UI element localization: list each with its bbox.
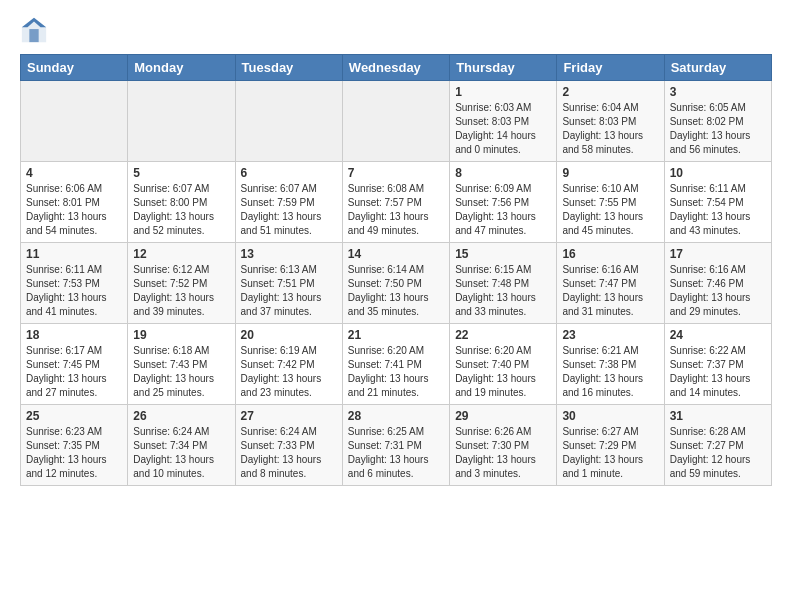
day-info: Sunrise: 6:04 AM Sunset: 8:03 PM Dayligh… (562, 101, 658, 157)
calendar-cell: 4Sunrise: 6:06 AM Sunset: 8:01 PM Daylig… (21, 162, 128, 243)
calendar-cell: 28Sunrise: 6:25 AM Sunset: 7:31 PM Dayli… (342, 405, 449, 486)
calendar-cell: 29Sunrise: 6:26 AM Sunset: 7:30 PM Dayli… (450, 405, 557, 486)
day-info: Sunrise: 6:18 AM Sunset: 7:43 PM Dayligh… (133, 344, 229, 400)
calendar-cell: 16Sunrise: 6:16 AM Sunset: 7:47 PM Dayli… (557, 243, 664, 324)
day-number: 28 (348, 409, 444, 423)
calendar-cell: 15Sunrise: 6:15 AM Sunset: 7:48 PM Dayli… (450, 243, 557, 324)
week-row-1: 1Sunrise: 6:03 AM Sunset: 8:03 PM Daylig… (21, 81, 772, 162)
day-number: 29 (455, 409, 551, 423)
day-number: 30 (562, 409, 658, 423)
calendar-cell: 7Sunrise: 6:08 AM Sunset: 7:57 PM Daylig… (342, 162, 449, 243)
day-number: 9 (562, 166, 658, 180)
day-number: 8 (455, 166, 551, 180)
calendar: SundayMondayTuesdayWednesdayThursdayFrid… (20, 54, 772, 486)
day-number: 15 (455, 247, 551, 261)
calendar-cell: 1Sunrise: 6:03 AM Sunset: 8:03 PM Daylig… (450, 81, 557, 162)
calendar-cell: 24Sunrise: 6:22 AM Sunset: 7:37 PM Dayli… (664, 324, 771, 405)
day-number: 3 (670, 85, 766, 99)
calendar-cell: 22Sunrise: 6:20 AM Sunset: 7:40 PM Dayli… (450, 324, 557, 405)
day-info: Sunrise: 6:27 AM Sunset: 7:29 PM Dayligh… (562, 425, 658, 481)
calendar-cell (128, 81, 235, 162)
day-info: Sunrise: 6:05 AM Sunset: 8:02 PM Dayligh… (670, 101, 766, 157)
day-number: 16 (562, 247, 658, 261)
day-info: Sunrise: 6:23 AM Sunset: 7:35 PM Dayligh… (26, 425, 122, 481)
day-info: Sunrise: 6:12 AM Sunset: 7:52 PM Dayligh… (133, 263, 229, 319)
day-info: Sunrise: 6:20 AM Sunset: 7:41 PM Dayligh… (348, 344, 444, 400)
day-info: Sunrise: 6:07 AM Sunset: 7:59 PM Dayligh… (241, 182, 337, 238)
day-info: Sunrise: 6:24 AM Sunset: 7:33 PM Dayligh… (241, 425, 337, 481)
day-number: 5 (133, 166, 229, 180)
day-info: Sunrise: 6:16 AM Sunset: 7:47 PM Dayligh… (562, 263, 658, 319)
calendar-cell (235, 81, 342, 162)
day-info: Sunrise: 6:24 AM Sunset: 7:34 PM Dayligh… (133, 425, 229, 481)
day-number: 18 (26, 328, 122, 342)
day-info: Sunrise: 6:20 AM Sunset: 7:40 PM Dayligh… (455, 344, 551, 400)
day-info: Sunrise: 6:15 AM Sunset: 7:48 PM Dayligh… (455, 263, 551, 319)
day-number: 11 (26, 247, 122, 261)
calendar-cell: 9Sunrise: 6:10 AM Sunset: 7:55 PM Daylig… (557, 162, 664, 243)
calendar-cell: 12Sunrise: 6:12 AM Sunset: 7:52 PM Dayli… (128, 243, 235, 324)
calendar-cell: 20Sunrise: 6:19 AM Sunset: 7:42 PM Dayli… (235, 324, 342, 405)
logo (20, 16, 52, 44)
page: SundayMondayTuesdayWednesdayThursdayFrid… (0, 0, 792, 496)
day-info: Sunrise: 6:26 AM Sunset: 7:30 PM Dayligh… (455, 425, 551, 481)
day-info: Sunrise: 6:11 AM Sunset: 7:54 PM Dayligh… (670, 182, 766, 238)
weekday-header-thursday: Thursday (450, 55, 557, 81)
calendar-cell: 26Sunrise: 6:24 AM Sunset: 7:34 PM Dayli… (128, 405, 235, 486)
day-info: Sunrise: 6:03 AM Sunset: 8:03 PM Dayligh… (455, 101, 551, 157)
calendar-cell: 2Sunrise: 6:04 AM Sunset: 8:03 PM Daylig… (557, 81, 664, 162)
calendar-cell: 11Sunrise: 6:11 AM Sunset: 7:53 PM Dayli… (21, 243, 128, 324)
logo-icon (20, 16, 48, 44)
weekday-header-tuesday: Tuesday (235, 55, 342, 81)
week-row-5: 25Sunrise: 6:23 AM Sunset: 7:35 PM Dayli… (21, 405, 772, 486)
day-number: 14 (348, 247, 444, 261)
day-info: Sunrise: 6:13 AM Sunset: 7:51 PM Dayligh… (241, 263, 337, 319)
calendar-cell: 6Sunrise: 6:07 AM Sunset: 7:59 PM Daylig… (235, 162, 342, 243)
day-number: 21 (348, 328, 444, 342)
day-info: Sunrise: 6:25 AM Sunset: 7:31 PM Dayligh… (348, 425, 444, 481)
calendar-cell: 17Sunrise: 6:16 AM Sunset: 7:46 PM Dayli… (664, 243, 771, 324)
day-info: Sunrise: 6:08 AM Sunset: 7:57 PM Dayligh… (348, 182, 444, 238)
week-row-4: 18Sunrise: 6:17 AM Sunset: 7:45 PM Dayli… (21, 324, 772, 405)
calendar-cell: 31Sunrise: 6:28 AM Sunset: 7:27 PM Dayli… (664, 405, 771, 486)
calendar-cell: 23Sunrise: 6:21 AM Sunset: 7:38 PM Dayli… (557, 324, 664, 405)
weekday-header-row: SundayMondayTuesdayWednesdayThursdayFrid… (21, 55, 772, 81)
day-number: 19 (133, 328, 229, 342)
calendar-cell: 30Sunrise: 6:27 AM Sunset: 7:29 PM Dayli… (557, 405, 664, 486)
day-info: Sunrise: 6:17 AM Sunset: 7:45 PM Dayligh… (26, 344, 122, 400)
header (20, 16, 772, 44)
day-info: Sunrise: 6:22 AM Sunset: 7:37 PM Dayligh… (670, 344, 766, 400)
calendar-cell: 19Sunrise: 6:18 AM Sunset: 7:43 PM Dayli… (128, 324, 235, 405)
day-number: 10 (670, 166, 766, 180)
week-row-3: 11Sunrise: 6:11 AM Sunset: 7:53 PM Dayli… (21, 243, 772, 324)
calendar-cell: 13Sunrise: 6:13 AM Sunset: 7:51 PM Dayli… (235, 243, 342, 324)
day-number: 22 (455, 328, 551, 342)
calendar-cell: 5Sunrise: 6:07 AM Sunset: 8:00 PM Daylig… (128, 162, 235, 243)
day-info: Sunrise: 6:06 AM Sunset: 8:01 PM Dayligh… (26, 182, 122, 238)
weekday-header-monday: Monday (128, 55, 235, 81)
day-number: 20 (241, 328, 337, 342)
day-number: 1 (455, 85, 551, 99)
day-number: 27 (241, 409, 337, 423)
week-row-2: 4Sunrise: 6:06 AM Sunset: 8:01 PM Daylig… (21, 162, 772, 243)
calendar-cell: 27Sunrise: 6:24 AM Sunset: 7:33 PM Dayli… (235, 405, 342, 486)
weekday-header-friday: Friday (557, 55, 664, 81)
day-number: 24 (670, 328, 766, 342)
day-number: 6 (241, 166, 337, 180)
calendar-cell (342, 81, 449, 162)
calendar-cell: 25Sunrise: 6:23 AM Sunset: 7:35 PM Dayli… (21, 405, 128, 486)
weekday-header-wednesday: Wednesday (342, 55, 449, 81)
day-number: 7 (348, 166, 444, 180)
day-number: 26 (133, 409, 229, 423)
day-info: Sunrise: 6:16 AM Sunset: 7:46 PM Dayligh… (670, 263, 766, 319)
weekday-header-sunday: Sunday (21, 55, 128, 81)
weekday-header-saturday: Saturday (664, 55, 771, 81)
day-info: Sunrise: 6:10 AM Sunset: 7:55 PM Dayligh… (562, 182, 658, 238)
calendar-cell: 8Sunrise: 6:09 AM Sunset: 7:56 PM Daylig… (450, 162, 557, 243)
day-number: 23 (562, 328, 658, 342)
day-number: 17 (670, 247, 766, 261)
day-number: 25 (26, 409, 122, 423)
calendar-cell (21, 81, 128, 162)
day-info: Sunrise: 6:11 AM Sunset: 7:53 PM Dayligh… (26, 263, 122, 319)
day-info: Sunrise: 6:14 AM Sunset: 7:50 PM Dayligh… (348, 263, 444, 319)
